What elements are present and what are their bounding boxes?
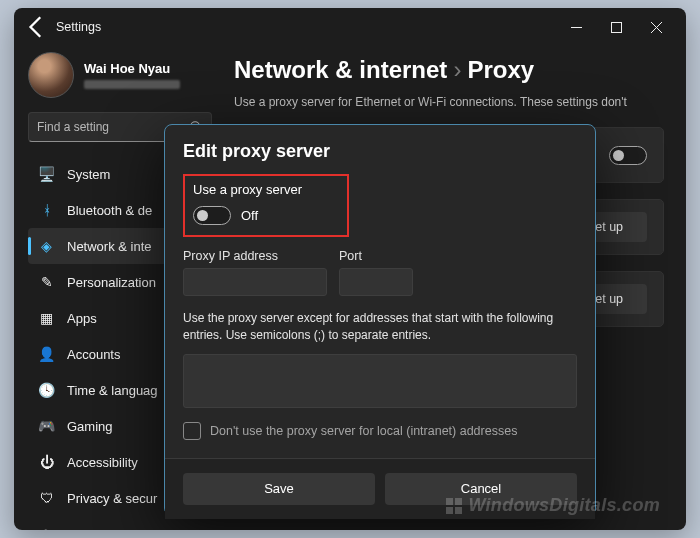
nav-label: Time & languag bbox=[67, 383, 158, 398]
close-button[interactable] bbox=[636, 12, 676, 42]
nav-icon: ▦ bbox=[38, 310, 55, 326]
use-proxy-label: Use a proxy server bbox=[193, 182, 339, 197]
svg-rect-0 bbox=[611, 22, 621, 32]
use-proxy-toggle[interactable] bbox=[193, 206, 231, 225]
nav-label: Accounts bbox=[67, 347, 120, 362]
page-description: Use a proxy server for Ethernet or Wi-Fi… bbox=[234, 94, 664, 111]
nav-icon: 🖥️ bbox=[38, 166, 55, 182]
settings-window: Settings Wai Hoe Nyau Find a setting 🖥️S… bbox=[14, 8, 686, 530]
nav-icon: ✎ bbox=[38, 274, 55, 290]
breadcrumb-current: Proxy bbox=[467, 56, 534, 83]
nav-label: Accessibility bbox=[67, 455, 138, 470]
nav-icon: 🛡 bbox=[38, 490, 55, 506]
port-input[interactable] bbox=[339, 268, 413, 296]
nav-label: Privacy & secur bbox=[67, 491, 157, 506]
nav-label: Personalization bbox=[67, 275, 156, 290]
breadcrumb-parent[interactable]: Network & internet bbox=[234, 56, 447, 83]
exceptions-input[interactable] bbox=[183, 354, 577, 408]
nav-icon: ⏻ bbox=[38, 454, 55, 470]
ip-label: Proxy IP address bbox=[183, 249, 327, 263]
save-button[interactable]: Save bbox=[183, 473, 375, 505]
user-profile[interactable]: Wai Hoe Nyau bbox=[28, 52, 212, 98]
titlebar: Settings bbox=[14, 8, 686, 46]
nav-label: Bluetooth & de bbox=[67, 203, 152, 218]
nav-icon: 🎮 bbox=[38, 418, 55, 434]
svg-rect-3 bbox=[455, 498, 462, 505]
svg-rect-4 bbox=[446, 507, 453, 514]
svg-rect-5 bbox=[455, 507, 462, 514]
ip-input[interactable] bbox=[183, 268, 327, 296]
nav-label: Apps bbox=[67, 311, 97, 326]
local-checkbox[interactable] bbox=[183, 422, 201, 440]
minimize-button[interactable] bbox=[556, 12, 596, 42]
nav-label: Gaming bbox=[67, 419, 113, 434]
svg-rect-2 bbox=[446, 498, 453, 505]
highlight-box: Use a proxy server Off bbox=[183, 174, 349, 237]
nav-icon: ⟳ bbox=[38, 526, 55, 530]
watermark: WindowsDigitals.com bbox=[446, 495, 660, 516]
nav-icon: 🕓 bbox=[38, 382, 55, 398]
use-proxy-state: Off bbox=[241, 208, 258, 223]
edit-proxy-dialog: Edit proxy server Use a proxy server Off… bbox=[164, 124, 596, 516]
windows-logo-icon bbox=[446, 498, 462, 514]
toggle-switch[interactable] bbox=[609, 146, 647, 165]
nav-icon: ◈ bbox=[38, 238, 55, 254]
nav-label: System bbox=[67, 167, 110, 182]
nav-label: Network & inte bbox=[67, 239, 152, 254]
maximize-button[interactable] bbox=[596, 12, 636, 42]
user-email-redacted bbox=[84, 80, 180, 89]
port-label: Port bbox=[339, 249, 413, 263]
dialog-title: Edit proxy server bbox=[183, 141, 577, 162]
back-button[interactable] bbox=[24, 14, 50, 40]
breadcrumb: Network & internet›Proxy bbox=[234, 56, 664, 84]
nav-icon: 👤 bbox=[38, 346, 55, 362]
nav-label: Windows Update bbox=[67, 527, 165, 531]
local-checkbox-label: Don't use the proxy server for local (in… bbox=[210, 424, 517, 438]
user-name: Wai Hoe Nyau bbox=[84, 61, 180, 76]
nav-icon: ᚼ bbox=[38, 202, 55, 218]
avatar bbox=[28, 52, 74, 98]
app-title: Settings bbox=[56, 20, 101, 34]
exceptions-note: Use the proxy server except for addresse… bbox=[183, 310, 577, 344]
